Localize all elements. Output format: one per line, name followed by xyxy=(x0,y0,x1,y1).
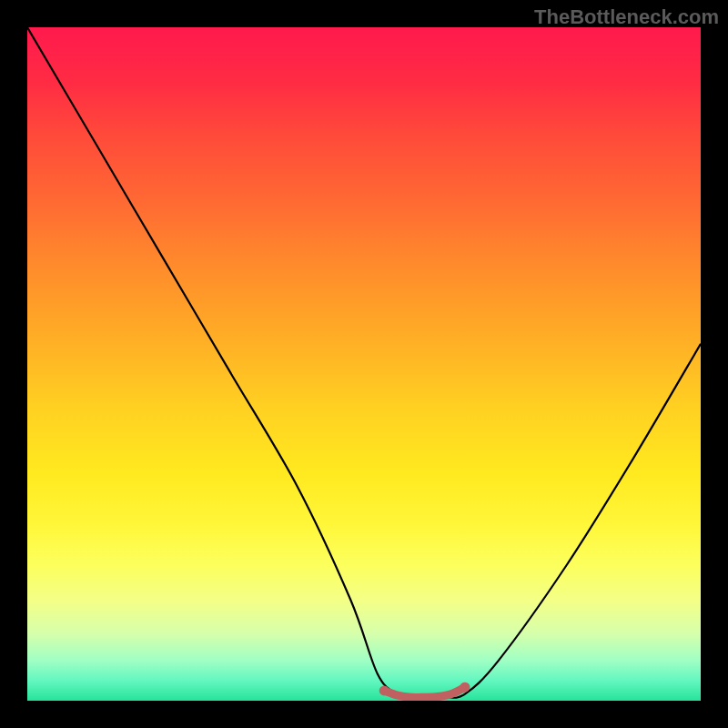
optimal-band-endpoint xyxy=(460,682,470,693)
plot-area xyxy=(27,27,701,701)
optimal-band-endpoint xyxy=(379,685,389,695)
watermark-text: TheBottleneck.com xyxy=(534,5,719,29)
optimal-band-line xyxy=(384,687,465,697)
chart-container: TheBottleneck.com xyxy=(0,0,728,728)
curve-svg xyxy=(27,27,701,701)
bottleneck-curve-line xyxy=(27,27,701,698)
